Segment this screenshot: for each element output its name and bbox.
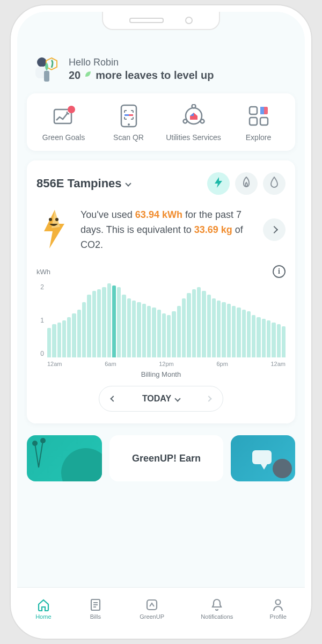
tab-greenup[interactable]: GreenUP: [140, 597, 164, 620]
chart-bar[interactable]: [227, 304, 231, 357]
promo-card-center[interactable]: GreenUP! Earn: [109, 435, 223, 481]
chart-bar[interactable]: [152, 308, 156, 357]
greeting-row: Hello Robin 20 more leaves to level up: [27, 44, 295, 93]
chart-bar[interactable]: [132, 301, 136, 358]
chart-bar[interactable]: [127, 298, 131, 357]
date-current-button[interactable]: TODAY: [127, 394, 195, 404]
chart-bar[interactable]: [162, 313, 166, 358]
location-selector[interactable]: 856E Tampines: [36, 177, 130, 191]
quick-action-home-network[interactable]: Utilities Services: [164, 104, 223, 142]
chart-bar[interactable]: [202, 291, 206, 357]
svg-point-16: [200, 120, 204, 123]
utility-gas-button[interactable]: [235, 172, 258, 195]
chart-bar[interactable]: [212, 298, 216, 357]
quick-action-label: Utilities Services: [166, 133, 221, 142]
quick-action-chart-badge[interactable]: Green Goals: [34, 104, 93, 142]
chart-bar[interactable]: [107, 283, 111, 357]
quick-action-qr-scan[interactable]: Scan QR: [99, 104, 158, 142]
up-icon: [144, 597, 159, 612]
grid-icon: [247, 104, 270, 128]
svg-point-26: [55, 218, 58, 221]
chart-bar[interactable]: [142, 304, 146, 357]
chart-bar[interactable]: [197, 287, 201, 357]
utility-electricity-button[interactable]: [207, 172, 230, 195]
quick-actions-card: Green GoalsScan QRUtilities ServicesExpl…: [27, 93, 295, 151]
chart-bar[interactable]: [87, 295, 91, 357]
chart-bar[interactable]: [222, 302, 225, 358]
chart-bar[interactable]: [92, 291, 96, 357]
person-icon: [270, 597, 286, 612]
date-next-button[interactable]: [195, 386, 223, 411]
chart-bar[interactable]: [72, 313, 76, 358]
chart-bar[interactable]: [77, 310, 81, 358]
chart-bar[interactable]: [67, 317, 71, 358]
chart-bar[interactable]: [267, 320, 270, 357]
svg-point-7: [68, 106, 75, 113]
notch: [102, 12, 220, 30]
utility-water-button[interactable]: [263, 172, 286, 195]
chart-bar[interactable]: [217, 301, 221, 358]
chart-bar[interactable]: [112, 286, 116, 358]
svg-rect-17: [250, 107, 257, 114]
chart-bar[interactable]: [232, 306, 236, 358]
promo-card-right[interactable]: [231, 435, 295, 481]
chart-bar[interactable]: [52, 324, 56, 357]
chart-bar[interactable]: [187, 293, 191, 358]
chart-bar[interactable]: [252, 315, 255, 357]
svg-rect-33: [252, 450, 272, 464]
chart-bar[interactable]: [117, 287, 121, 357]
chart-bar[interactable]: [97, 289, 101, 358]
chart-bar[interactable]: [207, 295, 211, 357]
chart-bar[interactable]: [272, 323, 275, 358]
chart-x-axis: 12am6am12pm6pm12am: [47, 361, 286, 367]
chart-bar[interactable]: [262, 319, 266, 357]
chart-bar[interactable]: [57, 323, 61, 358]
chart-bar[interactable]: [47, 328, 51, 357]
promo-card-left[interactable]: [27, 435, 102, 481]
svg-rect-39: [147, 600, 157, 610]
usage-card: 856E Tampines You've used 63.94: [27, 160, 295, 424]
tab-label: Notifications: [201, 613, 233, 620]
tab-bills[interactable]: Bills: [88, 597, 103, 620]
chart-bar[interactable]: [182, 298, 186, 357]
chart-bar[interactable]: [137, 302, 141, 358]
chart-bar[interactable]: [172, 311, 175, 357]
chart-bar[interactable]: [122, 295, 126, 357]
chevron-down-icon: [174, 396, 180, 402]
chart-bar[interactable]: [157, 310, 161, 358]
chart-bar[interactable]: [282, 326, 286, 358]
chart-bar[interactable]: [167, 315, 171, 357]
quick-action-grid[interactable]: Explore: [229, 104, 288, 142]
tab-profile[interactable]: Profile: [270, 597, 287, 620]
chart-bar[interactable]: [192, 289, 196, 358]
info-icon[interactable]: i: [273, 265, 286, 278]
chart-bar[interactable]: [177, 306, 181, 358]
chart-bar[interactable]: [147, 306, 151, 358]
tab-home[interactable]: Home: [35, 597, 51, 620]
svg-point-10: [128, 123, 130, 126]
svg-point-40: [276, 599, 281, 604]
leaf-icon: [84, 70, 92, 81]
chart-bar[interactable]: [102, 287, 106, 357]
svg-line-31: [39, 441, 43, 467]
chart-bar[interactable]: [257, 317, 260, 358]
promo-row: GreenUP! Earn: [27, 435, 295, 481]
date-selector: TODAY: [36, 386, 286, 412]
chart-bar[interactable]: [242, 310, 246, 358]
chart-bar[interactable]: [62, 320, 66, 357]
avatar[interactable]: [32, 55, 61, 84]
chart-bar[interactable]: [247, 311, 251, 357]
chart-bars: [47, 283, 286, 357]
tab-notifications[interactable]: Notifications: [201, 597, 233, 620]
chart-x-label: Billing Month: [36, 370, 286, 378]
tab-label: Profile: [270, 613, 287, 620]
svg-marker-34: [261, 464, 267, 470]
date-prev-button[interactable]: [99, 386, 127, 411]
chart-bar[interactable]: [277, 324, 281, 357]
chart-bar[interactable]: [82, 302, 86, 358]
electricity-icon: [213, 177, 224, 191]
chevron-right-icon: [270, 226, 278, 233]
usage-details-button[interactable]: [263, 218, 286, 241]
chart-bar[interactable]: [237, 308, 240, 357]
utility-toggle-group: [207, 172, 286, 195]
